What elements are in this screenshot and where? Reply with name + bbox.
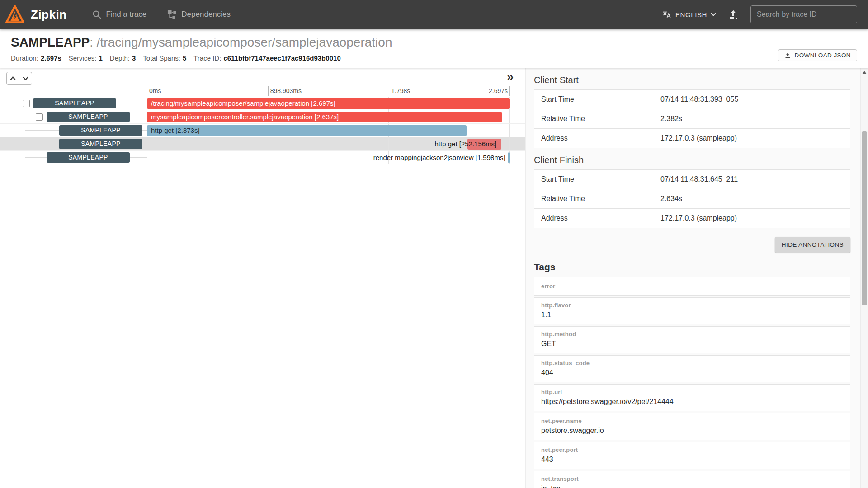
scrollbar-thumb[interactable]	[862, 131, 867, 305]
home-link[interactable]: Zipkin	[5, 5, 67, 24]
download-icon	[784, 52, 791, 59]
tag-value: petstore.swagger.io	[541, 427, 843, 435]
span-bar-area: /tracing/mysampleapicomposer/samplejavao…	[147, 97, 510, 110]
page-scrollbar	[860, 68, 868, 488]
tag-value: ip_tcp	[541, 484, 843, 488]
hide-annotations-button[interactable]: HIDE ANNOTATIONS	[775, 237, 850, 253]
span-nav-buttons	[6, 72, 32, 85]
scroll-down-button[interactable]	[19, 72, 32, 85]
tag-value: https://petstore.swagger.io/v2/pet/21444…	[541, 398, 843, 406]
content: » 0ms898.903ms1.798s2.697s SAMPLEAPP/tra…	[0, 68, 868, 488]
detail-row: Address172.17.0.3 (sampleapp)	[534, 129, 850, 148]
tag-row: http.flavor1.1	[534, 297, 850, 324]
summary-label: Services:	[69, 54, 97, 62]
detail-value: 172.17.0.3 (sampleapp)	[660, 214, 737, 222]
span-bar-area: mysampleapicomposercontroller.samplejava…	[147, 110, 510, 124]
span-bar[interactable]: mysampleapicomposercontroller.samplejava…	[147, 112, 502, 122]
zipkin-logo-icon	[5, 5, 24, 24]
span-bar[interactable]	[508, 152, 510, 163]
span-rows: SAMPLEAPP/tracing/mysampleapicomposer/sa…	[0, 97, 525, 164]
download-json-label: DOWNLOAD JSON	[795, 52, 851, 59]
tag-key: net.peer.name	[541, 418, 843, 424]
span-row[interactable]: SAMPLEAPPhttp get [2.373s]	[0, 124, 525, 137]
trace-title-separator: :	[90, 35, 97, 49]
span-label: mysampleapicomposercontroller.samplejava…	[147, 112, 502, 122]
span-row[interactable]: SAMPLEAPPrender mappingjackson2jsonview …	[0, 151, 525, 164]
span-bar[interactable]: http get [2.373s]	[147, 125, 467, 136]
detail-panel: Client StartStart Time07/14 11:48:31.393…	[525, 68, 860, 488]
detail-label: Relative Time	[541, 115, 660, 123]
tag-row: http.methodGET	[534, 326, 850, 353]
timeline-body: 0ms898.903ms1.798s2.697s SAMPLEAPP/traci…	[0, 86, 525, 164]
tag-list: errorhttp.flavor1.1http.methodGEThttp.st…	[534, 277, 850, 488]
detail-row: Start Time07/14 11:48:31.393_055	[534, 90, 850, 109]
download-json-button[interactable]: DOWNLOAD JSON	[778, 49, 857, 61]
trace-title: SAMPLEAPP: /tracing/mysampleapicomposer/…	[11, 34, 857, 50]
tag-value: 1.1	[541, 311, 843, 319]
tag-key: http.method	[541, 331, 843, 338]
scrollbar-up-arrow[interactable]	[862, 71, 867, 74]
span-row[interactable]: SAMPLEAPP/tracing/mysampleapicomposer/sa…	[0, 97, 525, 110]
span-row[interactable]: SAMPLEAPPmysampleapicomposercontroller.s…	[0, 110, 525, 124]
tag-key: http.url	[541, 389, 843, 395]
language-selector[interactable]: ENGLISH	[662, 9, 716, 19]
scroll-up-button[interactable]	[6, 72, 19, 85]
navbar: Zipkin Find a trace Dependencies	[0, 0, 868, 29]
detail-label: Relative Time	[541, 195, 660, 203]
detail-row: Relative Time2.382s	[534, 109, 850, 129]
annotation-sections: Client StartStart Time07/14 11:48:31.393…	[534, 75, 850, 228]
brand-title: Zipkin	[31, 8, 67, 22]
tag-row: error	[534, 277, 850, 296]
upload-button[interactable]	[728, 9, 739, 20]
summary-value: 5	[183, 54, 186, 62]
detail-value: 07/14 11:48:31.645_211	[660, 175, 738, 183]
chevron-up-icon	[10, 76, 16, 80]
service-badge[interactable]: SAMPLEAPP	[47, 152, 130, 163]
service-badge[interactable]: SAMPLEAPP	[59, 125, 142, 136]
summary-label: Duration:	[11, 54, 38, 62]
timeline-ruler: 0ms898.903ms1.798s2.697s	[147, 86, 510, 97]
detail-value: 2.634s	[660, 195, 682, 203]
tag-value: GET	[541, 340, 843, 348]
detail-label: Address	[541, 134, 660, 142]
summary-value: 1	[99, 54, 102, 62]
chevron-down-icon	[23, 76, 28, 80]
tags-title: Tags	[534, 262, 850, 272]
ruler-tick: 1.798s	[389, 86, 410, 96]
service-badge[interactable]: SAMPLEAPP	[47, 112, 130, 122]
translate-icon	[662, 9, 672, 19]
span-bar-area: http get [252.156ms]	[147, 137, 510, 151]
span-bar[interactable]: /tracing/mysampleapicomposer/samplejavao…	[147, 98, 510, 109]
summary-value: c611bfbf7147aeec1f7ac916d93b0010	[223, 54, 340, 62]
detail-value: 07/14 11:48:31.393_055	[660, 95, 738, 103]
summary-value: 3	[132, 54, 136, 62]
tag-key: error	[541, 283, 843, 290]
tag-key: http.flavor	[541, 302, 843, 309]
nav-dependencies[interactable]: Dependencies	[167, 10, 231, 19]
summary-item: Total Spans:5	[143, 54, 186, 62]
detail-value: 2.382s	[660, 115, 682, 123]
detail-label: Address	[541, 214, 660, 222]
tag-value: 443	[541, 455, 843, 464]
detail-label: Start Time	[541, 175, 660, 183]
trace-search-input[interactable]	[750, 5, 857, 23]
service-badge[interactable]: SAMPLEAPP	[59, 139, 142, 149]
span-label: render mappingjackson2jsonview [1.598ms]	[373, 152, 505, 163]
tag-row: http.urlhttps://petstore.swagger.io/v2/p…	[534, 384, 850, 411]
summary-item: Depth:3	[110, 54, 136, 62]
collapse-timeline-button[interactable]: »	[507, 71, 514, 83]
service-badge[interactable]: SAMPLEAPP	[33, 98, 116, 108]
nav-find-a-trace[interactable]: Find a trace	[92, 10, 147, 19]
trace-operation: /tracing/mysampleapicomposer/samplejavao…	[97, 35, 392, 49]
tag-key: http.status_code	[541, 360, 843, 366]
collapse-toggle[interactable]	[23, 100, 30, 107]
span-row[interactable]: SAMPLEAPPhttp get [252.156ms]	[0, 137, 525, 151]
span-bar-area: http get [2.373s]	[147, 124, 510, 137]
tag-row: http.status_code404	[534, 355, 850, 382]
summary-value: 2.697s	[41, 54, 61, 62]
annotation-section: Client StartStart Time07/14 11:48:31.393…	[534, 75, 850, 148]
trace-service-name: SAMPLEAPP	[11, 35, 90, 49]
summary-label: Trace ID:	[193, 54, 221, 62]
collapse-toggle[interactable]	[36, 113, 43, 121]
nav-dependencies-label: Dependencies	[181, 10, 231, 19]
